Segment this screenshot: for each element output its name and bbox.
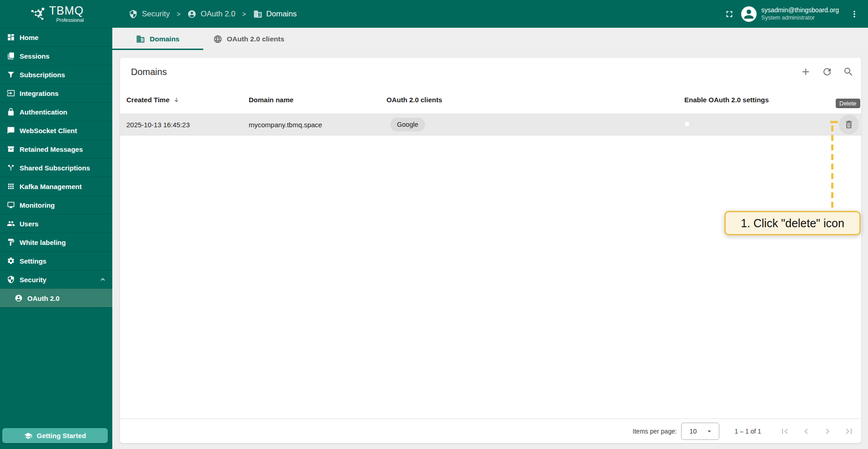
sidebar-item-security[interactable]: Security [0,270,112,289]
sidebar-item-authentication[interactable]: Authentication [0,102,112,121]
paginator: Items per page: 10 1 – 1 of 1 [120,419,861,443]
integrations-icon [7,89,15,97]
add-domain-button[interactable] [797,63,815,81]
client-chip: Google [390,118,425,131]
getting-started-button[interactable]: Getting Started [2,428,108,443]
filter-icon [7,70,15,79]
sidebar-item-kafka-management[interactable]: Kafka Management [0,177,112,195]
globe-icon [213,35,222,44]
monitor-icon [7,201,15,209]
user-role: System administrator [761,14,839,21]
table-header-row: Created Time Domain name OAuth 2.0 clien… [120,86,861,114]
sidebar-item-websocket-client[interactable]: WebSocket Client [0,121,112,140]
more-menu-button[interactable] [845,5,863,23]
breadcrumb-separator: > [176,10,181,18]
dashboard-icon [7,33,15,41]
annotation-connector-line [831,125,833,211]
sidebar-item-subscriptions[interactable]: Subscriptions [0,65,112,84]
next-page-button[interactable] [817,422,838,440]
sidebar-item-monitoring[interactable]: Monitoring [0,195,112,214]
avatar[interactable] [741,6,757,22]
delete-tooltip: Delete [836,99,860,108]
items-per-page-label: Items per page: [632,428,677,435]
fullscreen-button[interactable] [720,5,738,23]
users-icon [7,220,15,228]
breadcrumb: Security > OAuth 2.0 > Domains [129,10,297,19]
user-circle-icon [187,10,196,19]
trash-icon [844,120,854,130]
tab-domains[interactable]: Domains [112,28,203,50]
toggle-knob [685,122,689,126]
chevron-right-icon [822,426,833,437]
user-email: sysadmin@thingsboard.org [761,6,839,14]
user-info: sysadmin@thingsboard.org System administ… [761,6,839,21]
page-title: Domains [131,67,167,77]
sidebar-nav: HomeSessionsSubscriptionsIntegrationsAut… [0,28,112,307]
breadcrumb-domains[interactable]: Domains [253,10,297,19]
domain-icon [136,35,145,44]
domain-icon [253,10,262,19]
delete-domain-button[interactable] [839,115,859,135]
column-oauth-clients[interactable]: OAuth 2.0 clients [386,96,684,104]
top-bar-right: sysadmin@thingsboard.org System administ… [720,5,863,23]
cell-domain-name: mycompany.tbmq.space [249,121,386,129]
refresh-button[interactable] [818,63,836,81]
cell-oauth-clients: Google [386,118,684,131]
annotation-connector-horizontal [830,121,838,123]
chevron-up-icon[interactable] [99,275,107,284]
sidebar-item-users[interactable]: Users [0,214,112,233]
fullscreen-icon [724,9,734,19]
table-row[interactable]: 2025-10-13 16:45:23 mycompany.tbmq.space… [120,114,861,135]
tbmq-app: TBMQ Professional HomeSessionsSubscripti… [0,0,868,449]
sidebar-item-sessions[interactable]: Sessions [0,46,112,65]
page-size-value: 10 [690,428,697,435]
column-enable-oauth[interactable]: Enable OAuth 2.0 settings [684,96,821,104]
main-area: Domains OAuth 2.0 clients Domains [112,28,868,449]
plus-icon [800,66,811,77]
sidebar-item-oauth-2-0[interactable]: OAuth 2.0 [0,289,112,307]
sidebar-item-home[interactable]: Home [0,28,112,46]
column-created-time[interactable]: Created Time [120,96,249,104]
first-page-button[interactable] [774,422,795,440]
brand-subtitle: Professional [56,17,84,23]
sidebar-item-white-labeling[interactable]: White labeling [0,233,112,251]
cell-actions [821,115,861,135]
caret-down-icon [705,427,713,435]
first-page-icon [779,426,790,437]
chevron-left-icon [801,426,812,437]
brand-logo[interactable]: TBMQ Professional [0,0,112,28]
search-button[interactable] [839,63,858,81]
shield-icon [7,275,15,284]
apps-icon [7,182,15,190]
split-icon [7,164,15,172]
sidebar-divider [0,307,112,308]
previous-page-button[interactable] [795,422,817,440]
person-icon [742,7,756,21]
breadcrumb-oauth[interactable]: OAuth 2.0 [187,10,236,19]
sidebar: TBMQ Professional HomeSessionsSubscripti… [0,0,112,449]
gear-icon [7,257,15,265]
cell-enable-oauth [684,121,821,129]
breadcrumb-security[interactable]: Security [129,10,170,19]
annotation-callout: 1. Click "delete" icon [724,211,861,235]
paint-icon [7,238,15,246]
table-empty-space [120,135,861,419]
top-bar: Security > OAuth 2.0 > Domains sysadmin@… [112,0,868,28]
column-domain-name[interactable]: Domain name [249,96,386,104]
refresh-icon [822,66,833,77]
school-icon [24,432,32,440]
page-size-select[interactable]: 10 [681,423,719,440]
page-range-label: 1 – 1 of 1 [735,428,761,435]
tab-oauth-clients[interactable]: OAuth 2.0 clients [203,28,294,50]
sidebar-item-shared-subscriptions[interactable]: Shared Subscriptions [0,158,112,177]
tab-bar: Domains OAuth 2.0 clients [112,28,868,50]
domains-card: Domains Created Time [120,58,861,443]
user-circle-icon [15,294,23,302]
tbmq-logo-icon [28,5,47,24]
sidebar-item-retained-messages[interactable]: Retained Messages [0,140,112,158]
sort-desc-icon [173,96,180,104]
lock-icon [7,108,15,116]
sidebar-item-settings[interactable]: Settings [0,251,112,270]
sidebar-item-integrations[interactable]: Integrations [0,84,112,102]
last-page-button[interactable] [838,422,859,440]
